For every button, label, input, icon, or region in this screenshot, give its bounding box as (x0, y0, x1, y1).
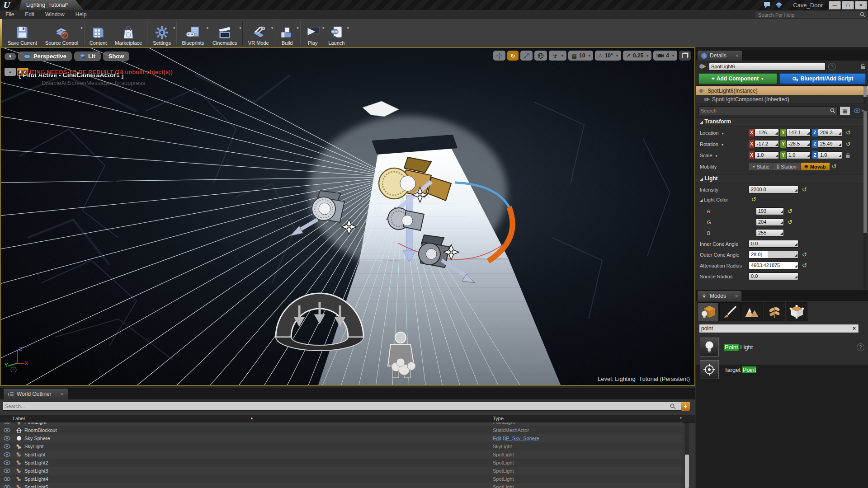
close-icon[interactable]: × (736, 53, 738, 58)
settings-caret-icon[interactable]: ▾ (173, 26, 175, 30)
mode-place-tab[interactable] (697, 302, 719, 321)
visibility-eye-icon[interactable] (0, 436, 14, 441)
visibility-eye-icon[interactable] (0, 469, 14, 473)
visibility-eye-icon[interactable] (0, 428, 14, 432)
save-current-button[interactable]: Save Current (4, 19, 41, 47)
point-light-item[interactable]: Point Light ? (700, 338, 864, 357)
location-x-field[interactable]: -126.◢ (755, 129, 779, 136)
actor-type-link[interactable]: Edit BP_Sky_Sphere (493, 436, 539, 441)
menu-help[interactable]: Help (70, 10, 92, 19)
world-local-toggle-button[interactable] (534, 51, 547, 61)
actor-name-field[interactable]: SpotLight6 (709, 63, 826, 70)
type-column-header[interactable]: Type (493, 416, 504, 421)
visibility-eye-icon[interactable] (0, 485, 14, 488)
cinematics-button[interactable]: Cinematics (208, 19, 241, 47)
visibility-eye-icon[interactable] (0, 477, 14, 481)
lock-icon[interactable] (860, 63, 865, 70)
outliner-scrollbar[interactable] (685, 423, 689, 488)
camera-speed-button[interactable]: 4▾ (653, 51, 677, 61)
rotate-tool-button[interactable]: ↻ (507, 51, 519, 61)
reset-location-icon[interactable]: ↺ (846, 130, 851, 136)
modes-tab[interactable]: Modes × (698, 291, 741, 301)
light-section-header[interactable]: ◢ Light (696, 174, 866, 183)
mobility-movable-button[interactable]: ⊕ Movab (800, 162, 830, 171)
outer-cone-field[interactable]: 28.0|◢ (749, 251, 798, 258)
mode-landscape-tab[interactable] (741, 302, 763, 321)
details-scrollbar[interactable] (863, 111, 867, 290)
play-button[interactable]: Play (302, 19, 324, 47)
reset-rotation-icon[interactable]: ↺ (846, 141, 851, 147)
outliner-row[interactable]: SpotLight4SpotLight (0, 475, 683, 483)
component-scrollbar[interactable] (863, 86, 867, 103)
clear-search-icon[interactable]: × (853, 324, 856, 333)
light-color-label[interactable]: ◢ Light Color (700, 197, 749, 202)
rotation-x-field[interactable]: -17.2◢ (755, 140, 779, 148)
maximize-viewport-button[interactable] (679, 51, 691, 61)
target-point-item[interactable]: Target Point (700, 360, 864, 379)
scale-lock-icon[interactable] (846, 152, 850, 158)
grid-snap-button[interactable]: ▦ 10▾ (568, 51, 594, 61)
outliner-row[interactable]: SpotLight3SpotLight (0, 467, 683, 475)
launch-caret-icon[interactable]: ▾ (347, 26, 349, 30)
label-column-header[interactable]: Label (13, 416, 25, 421)
scale-x-field[interactable]: 1.0◢ (755, 151, 779, 159)
outliner-row[interactable]: SpotLight2SpotLight (0, 459, 683, 467)
surface-snap-button[interactable]: ▾ (549, 51, 566, 61)
intensity-field[interactable]: 2200.0◢ (749, 186, 798, 193)
location-label[interactable]: Location ▾ (700, 130, 749, 136)
outliner-row[interactable]: SpotLight5SpotLight (0, 483, 683, 488)
translate-tool-button[interactable] (493, 51, 505, 61)
location-y-field[interactable]: 147.1◢ (786, 129, 811, 136)
outliner-row[interactable]: Sky SphereEdit BP_Sky_Sphere (0, 434, 683, 442)
color-r-field[interactable]: 193◢ (756, 207, 784, 215)
component-row-inherited[interactable]: SpotLightComponent (Inherited) (696, 95, 868, 104)
reset-color-icon[interactable]: ↺ (751, 197, 756, 202)
maximize-button[interactable]: ▢ (842, 1, 854, 9)
blueprint-add-script-button[interactable]: Blueprint/Add Script (779, 73, 866, 84)
rotation-y-field[interactable]: -26.5◢ (786, 140, 811, 148)
scale-snap-button[interactable]: ↗ 0.25▾ (623, 51, 651, 61)
rotation-snap-button[interactable]: △ 10°▾ (595, 51, 621, 61)
build-caret-icon[interactable]: ▾ (297, 26, 299, 30)
scale-tool-button[interactable] (520, 51, 533, 61)
property-matrix-button[interactable]: ▦ (840, 106, 850, 115)
reset-attenuation-icon[interactable]: ↺ (802, 263, 807, 268)
camera-mode-button[interactable]: Perspective (18, 52, 72, 61)
source-radius-field[interactable]: 0.0◢ (749, 272, 798, 280)
outliner-row[interactable]: SpotLightSpotLight (0, 450, 683, 459)
sort-ascending-icon[interactable]: ▲ (250, 416, 254, 420)
details-search-input[interactable]: Search (698, 106, 838, 115)
settings-button[interactable]: Settings (149, 19, 175, 47)
source-control-button[interactable]: Source Control (41, 19, 82, 47)
sort-descending-icon[interactable]: ▼ (679, 416, 683, 420)
component-row-instance[interactable]: SpotLight6(Instance) (696, 86, 868, 95)
close-icon[interactable]: × (735, 293, 738, 299)
source-control-caret-icon[interactable]: ▾ (80, 26, 83, 30)
outliner-row[interactable]: RoomBlockoutStaticMeshActor (0, 426, 683, 434)
scale-y-field[interactable]: 1.0◢ (786, 151, 811, 159)
transform-section-header[interactable]: ◢ Transform (696, 117, 866, 127)
visibility-eye-icon[interactable] (0, 444, 14, 449)
outliner-row[interactable]: PointLightPointLight (0, 422, 683, 426)
blueprints-button[interactable]: Blueprints (178, 19, 208, 47)
details-tab[interactable]: i Details × (698, 51, 742, 61)
level-tab[interactable]: Lighting_Tutorial* (19, 0, 84, 10)
mode-geometry-tab[interactable] (786, 302, 807, 321)
mode-paint-tab[interactable] (719, 302, 741, 321)
feedback-bubble-icon[interactable] (763, 1, 771, 9)
mobility-stationary-button[interactable]: ∥ Station (773, 162, 800, 171)
mobility-static-button[interactable]: ● Static (749, 162, 773, 171)
help-icon[interactable]: ? (857, 343, 864, 351)
view-mode-button[interactable]: Lit (74, 52, 101, 61)
visibility-eye-icon[interactable] (0, 422, 14, 424)
cinematics-caret-icon[interactable]: ▾ (239, 26, 241, 30)
vr-mode-button[interactable]: VR Mode (244, 19, 273, 47)
add-component-button[interactable]: + Add Component ▼ (698, 73, 777, 84)
scale-label[interactable]: Scale ▾ (700, 153, 749, 158)
location-z-field[interactable]: 209.3◢ (818, 129, 842, 136)
content-button[interactable]: Content (85, 19, 111, 47)
menu-file[interactable]: File (0, 10, 19, 19)
reset-g-icon[interactable]: ↺ (788, 219, 793, 225)
attenuation-field[interactable]: 4603.421875◢ (749, 262, 798, 269)
vr-mode-caret-icon[interactable]: ▾ (271, 26, 274, 30)
